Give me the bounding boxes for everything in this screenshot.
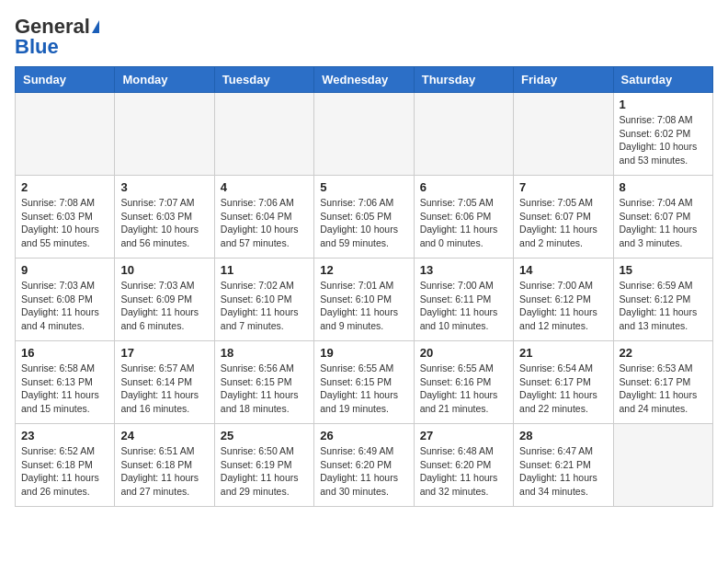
day-header-wednesday: Wednesday [314,67,414,93]
calendar-week-2: 2Sunrise: 7:08 AM Sunset: 6:03 PM Daylig… [16,176,713,259]
day-number: 21 [519,346,607,360]
day-number: 1 [620,98,707,111]
day-info: Sunrise: 7:03 AM Sunset: 6:08 PM Dayligh… [21,279,108,333]
day-info: Sunrise: 6:52 AM Sunset: 6:18 PM Dayligh… [21,444,108,499]
calendar-cell: 8Sunrise: 7:04 AM Sunset: 6:07 PM Daylig… [613,176,712,259]
calendar-cell: 3Sunrise: 7:07 AM Sunset: 6:03 PM Daylig… [115,176,214,259]
day-info: Sunrise: 7:03 AM Sunset: 6:09 PM Dayligh… [120,279,208,333]
day-info: Sunrise: 6:57 AM Sunset: 6:14 PM Dayligh… [120,362,208,416]
calendar-cell: 22Sunrise: 6:53 AM Sunset: 6:17 PM Dayli… [613,341,712,424]
day-number: 18 [221,346,308,360]
day-info: Sunrise: 6:47 AM Sunset: 6:21 PM Dayligh… [519,444,607,499]
day-info: Sunrise: 6:48 AM Sunset: 6:20 PM Dayligh… [420,444,507,499]
day-header-monday: Monday [115,67,214,93]
day-number: 9 [21,263,108,277]
calendar-cell: 27Sunrise: 6:48 AM Sunset: 6:20 PM Dayli… [414,424,513,507]
day-info: Sunrise: 7:08 AM Sunset: 6:03 PM Dayligh… [21,196,108,250]
day-info: Sunrise: 7:00 AM Sunset: 6:11 PM Dayligh… [420,279,507,333]
calendar-cell: 24Sunrise: 6:51 AM Sunset: 6:18 PM Dayli… [115,424,214,507]
day-info: Sunrise: 6:56 AM Sunset: 6:15 PM Dayligh… [221,362,308,416]
calendar-header-row: SundayMondayTuesdayWednesdayThursdayFrid… [16,67,713,93]
day-info: Sunrise: 6:55 AM Sunset: 6:16 PM Dayligh… [420,362,507,416]
calendar-cell [414,93,513,176]
calendar-cell: 9Sunrise: 7:03 AM Sunset: 6:08 PM Daylig… [16,259,115,341]
calendar-week-3: 9Sunrise: 7:03 AM Sunset: 6:08 PM Daylig… [16,259,713,341]
day-header-thursday: Thursday [414,67,513,93]
calendar-cell: 19Sunrise: 6:55 AM Sunset: 6:15 PM Dayli… [314,341,414,424]
day-number: 13 [420,263,507,277]
day-number: 8 [620,180,707,194]
day-number: 19 [320,346,407,360]
day-number: 4 [221,180,308,194]
calendar-cell: 6Sunrise: 7:05 AM Sunset: 6:06 PM Daylig… [414,176,513,259]
day-number: 7 [519,180,607,194]
logo-blue-text: Blue [15,35,59,59]
calendar-cell: 11Sunrise: 7:02 AM Sunset: 6:10 PM Dayli… [214,259,313,341]
day-info: Sunrise: 7:08 AM Sunset: 6:02 PM Dayligh… [620,113,707,167]
calendar-week-4: 16Sunrise: 6:58 AM Sunset: 6:13 PM Dayli… [16,341,713,424]
day-info: Sunrise: 6:51 AM Sunset: 6:18 PM Dayligh… [120,444,208,499]
day-number: 27 [420,429,507,442]
calendar-cell [16,93,115,176]
calendar-cell: 25Sunrise: 6:50 AM Sunset: 6:19 PM Dayli… [214,424,313,507]
calendar-cell: 13Sunrise: 7:00 AM Sunset: 6:11 PM Dayli… [414,259,513,341]
calendar-cell [613,424,712,507]
calendar-cell: 26Sunrise: 6:49 AM Sunset: 6:20 PM Dayli… [314,424,414,507]
day-number: 14 [519,263,607,277]
day-number: 17 [120,346,208,360]
day-info: Sunrise: 6:49 AM Sunset: 6:20 PM Dayligh… [320,444,407,499]
day-info: Sunrise: 7:01 AM Sunset: 6:10 PM Dayligh… [320,279,407,333]
calendar-cell: 7Sunrise: 7:05 AM Sunset: 6:07 PM Daylig… [514,176,613,259]
calendar-cell: 5Sunrise: 7:06 AM Sunset: 6:05 PM Daylig… [314,176,414,259]
calendar-week-1: 1Sunrise: 7:08 AM Sunset: 6:02 PM Daylig… [16,93,713,176]
calendar-cell: 21Sunrise: 6:54 AM Sunset: 6:17 PM Dayli… [514,341,613,424]
calendar-cell: 28Sunrise: 6:47 AM Sunset: 6:21 PM Dayli… [514,424,613,507]
day-number: 5 [320,180,407,194]
day-info: Sunrise: 7:02 AM Sunset: 6:10 PM Dayligh… [221,279,308,333]
calendar-cell: 10Sunrise: 7:03 AM Sunset: 6:09 PM Dayli… [115,259,214,341]
calendar-cell: 18Sunrise: 6:56 AM Sunset: 6:15 PM Dayli… [214,341,313,424]
calendar-cell: 14Sunrise: 7:00 AM Sunset: 6:12 PM Dayli… [514,259,613,341]
day-info: Sunrise: 6:59 AM Sunset: 6:12 PM Dayligh… [620,279,707,333]
day-number: 26 [320,429,407,442]
calendar-cell [314,93,414,176]
day-info: Sunrise: 7:07 AM Sunset: 6:03 PM Dayligh… [120,196,208,250]
logo-triangle-icon [92,20,99,33]
day-number: 6 [420,180,507,194]
day-number: 3 [120,180,208,194]
day-info: Sunrise: 7:04 AM Sunset: 6:07 PM Dayligh… [620,196,707,250]
calendar-week-5: 23Sunrise: 6:52 AM Sunset: 6:18 PM Dayli… [16,424,713,507]
logo: General Blue [15,15,99,59]
calendar-cell: 12Sunrise: 7:01 AM Sunset: 6:10 PM Dayli… [314,259,414,341]
calendar-cell: 4Sunrise: 7:06 AM Sunset: 6:04 PM Daylig… [214,176,313,259]
day-info: Sunrise: 6:58 AM Sunset: 6:13 PM Dayligh… [21,362,108,416]
day-header-sunday: Sunday [16,67,115,93]
day-number: 22 [620,346,707,360]
calendar-cell [214,93,313,176]
calendar-cell: 20Sunrise: 6:55 AM Sunset: 6:16 PM Dayli… [414,341,513,424]
day-info: Sunrise: 6:55 AM Sunset: 6:15 PM Dayligh… [320,362,407,416]
calendar-cell: 1Sunrise: 7:08 AM Sunset: 6:02 PM Daylig… [613,93,712,176]
day-number: 23 [21,429,108,442]
day-number: 25 [221,429,308,442]
day-header-saturday: Saturday [613,67,712,93]
day-info: Sunrise: 6:54 AM Sunset: 6:17 PM Dayligh… [519,362,607,416]
day-header-tuesday: Tuesday [214,67,313,93]
calendar-cell: 2Sunrise: 7:08 AM Sunset: 6:03 PM Daylig… [16,176,115,259]
day-number: 20 [420,346,507,360]
day-info: Sunrise: 6:50 AM Sunset: 6:19 PM Dayligh… [221,444,308,499]
calendar-cell: 15Sunrise: 6:59 AM Sunset: 6:12 PM Dayli… [613,259,712,341]
day-info: Sunrise: 7:05 AM Sunset: 6:06 PM Dayligh… [420,196,507,250]
day-info: Sunrise: 6:53 AM Sunset: 6:17 PM Dayligh… [620,362,707,416]
day-number: 12 [320,263,407,277]
calendar-cell: 23Sunrise: 6:52 AM Sunset: 6:18 PM Dayli… [16,424,115,507]
day-number: 11 [221,263,308,277]
page-header: General Blue [15,15,713,59]
day-info: Sunrise: 7:06 AM Sunset: 6:05 PM Dayligh… [320,196,407,250]
calendar-cell: 16Sunrise: 6:58 AM Sunset: 6:13 PM Dayli… [16,341,115,424]
calendar-table: SundayMondayTuesdayWednesdayThursdayFrid… [15,66,713,507]
day-number: 15 [620,263,707,277]
day-info: Sunrise: 7:06 AM Sunset: 6:04 PM Dayligh… [221,196,308,250]
calendar-cell [514,93,613,176]
day-number: 28 [519,429,607,442]
